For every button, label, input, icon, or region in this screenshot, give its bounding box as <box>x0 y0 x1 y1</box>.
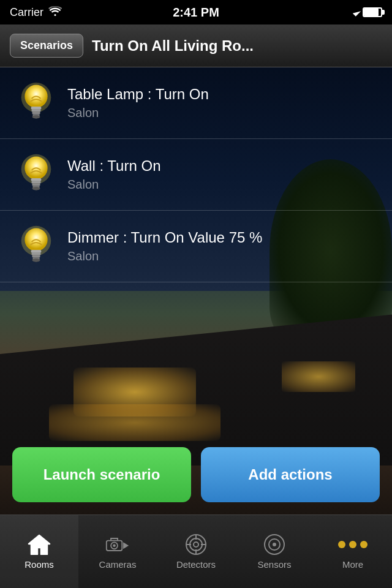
svg-rect-18 <box>32 255 40 257</box>
svg-point-28 <box>194 542 198 547</box>
action-subtitle-1: Salon <box>67 106 377 120</box>
action-item[interactable]: Table Lamp : Turn On Salon <box>0 67 392 139</box>
tab-cameras-label: Cameras <box>99 559 137 570</box>
camera-icon <box>105 533 130 556</box>
tab-rooms[interactable]: Rooms <box>0 515 78 588</box>
action-title-3: Dimmer : Turn On Value 75 % <box>67 229 377 247</box>
svg-point-27 <box>190 538 202 551</box>
svg-rect-10 <box>32 181 41 184</box>
tab-detectors-label: Detectors <box>176 559 216 570</box>
svg-rect-16 <box>31 250 42 253</box>
tab-detectors[interactable]: Detectors <box>157 515 235 588</box>
action-text-2: Wall : Turn On Salon <box>67 157 377 192</box>
svg-marker-25 <box>123 542 129 549</box>
add-actions-button[interactable]: Add actions <box>201 447 380 502</box>
location-icon <box>353 8 361 16</box>
tab-more[interactable]: More <box>314 515 392 588</box>
battery-icon <box>363 7 382 17</box>
action-title-2: Wall : Turn On <box>67 157 377 175</box>
action-text-1: Table Lamp : Turn On Salon <box>67 86 377 120</box>
nav-bar: Scenarios Turn On All Living Ro... <box>0 24 392 67</box>
svg-marker-21 <box>29 535 50 554</box>
svg-rect-4 <box>32 111 40 114</box>
svg-rect-2 <box>31 107 42 110</box>
svg-point-20 <box>32 258 40 262</box>
bulb-icon-2 <box>15 150 58 199</box>
launch-scenario-button[interactable]: Launch scenario <box>12 447 191 502</box>
svg-rect-17 <box>32 253 41 255</box>
action-list: Table Lamp : Turn On Salon <box>0 67 392 282</box>
svg-rect-3 <box>32 110 41 112</box>
detector-icon <box>184 533 208 556</box>
bulb-icon-1 <box>15 78 58 127</box>
tab-bar: Rooms Cameras <box>0 514 392 588</box>
action-item-3[interactable]: Dimmer : Turn On Value 75 % Salon <box>0 211 392 282</box>
home-icon <box>27 533 51 556</box>
carrier-label: Carrier <box>10 6 43 19</box>
svg-point-13 <box>32 187 40 190</box>
time-label: 2:41 PM <box>173 6 219 20</box>
svg-rect-11 <box>32 183 40 186</box>
tab-cameras[interactable]: Cameras <box>78 515 157 588</box>
action-title-1: Table Lamp : Turn On <box>67 86 377 104</box>
tab-more-label: More <box>342 559 363 570</box>
tab-sensors[interactable]: Sensors <box>235 515 314 588</box>
svg-rect-9 <box>31 178 42 181</box>
action-item-2[interactable]: Wall : Turn On Salon <box>0 139 392 211</box>
tab-rooms-label: Rooms <box>24 559 54 570</box>
more-icon <box>341 533 365 556</box>
sensor-icon <box>262 533 287 556</box>
scenarios-back-button[interactable]: Scenarios <box>10 34 83 58</box>
status-bar: Carrier 2:41 PM <box>0 0 392 24</box>
buttons-area: Launch scenario Add actions <box>0 447 392 502</box>
action-text-3: Dimmer : Turn On Value 75 % Salon <box>67 229 377 263</box>
main-content: Table Lamp : Turn On Salon <box>0 67 392 514</box>
svg-point-35 <box>273 543 276 546</box>
bulb-icon-3 <box>15 222 58 271</box>
action-subtitle-2: Salon <box>67 178 377 192</box>
action-subtitle-3: Salon <box>67 249 377 263</box>
svg-point-6 <box>32 115 40 119</box>
tab-sensors-label: Sensors <box>257 559 291 570</box>
wifi-icon <box>48 6 62 19</box>
svg-point-24 <box>113 545 116 548</box>
page-title: Turn On All Living Ro... <box>92 37 382 55</box>
